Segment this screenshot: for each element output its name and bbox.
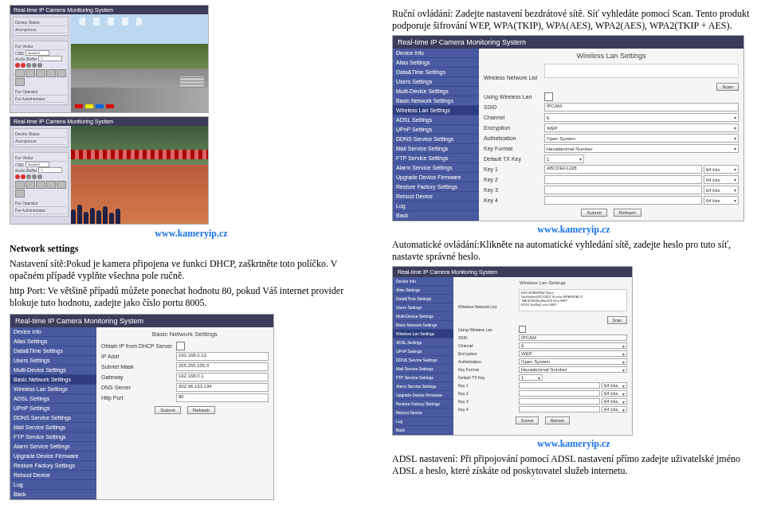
menu-item[interactable]: DDNS Service Settings — [393, 356, 453, 365]
key4-bits-sm[interactable]: 64 bits — [602, 406, 627, 413]
menu-item[interactable]: Basic Network Settings — [10, 375, 96, 385]
menu-item[interactable]: Back — [393, 211, 479, 221]
menu-item[interactable]: DDNS Service Settings — [393, 135, 479, 144]
using-wireless-checkbox[interactable] — [544, 92, 553, 101]
bnet-value[interactable]: 80 — [176, 393, 269, 402]
basic-refresh-btn[interactable]: Refresh — [187, 406, 215, 414]
menu-item[interactable]: ADSL Settings — [393, 115, 479, 125]
key3-bits[interactable]: 64 bits — [704, 186, 739, 194]
menu-item[interactable]: Basic Network Settings — [393, 321, 453, 330]
menu-item[interactable]: UPnP Settings — [393, 347, 453, 356]
menu-item[interactable]: Restore Factory Settings — [393, 400, 453, 409]
menu-item[interactable]: UPnP Settings — [393, 125, 479, 135]
menu-item[interactable]: Reboot Device — [10, 471, 96, 480]
audio-select-2[interactable]: 1 — [38, 167, 62, 173]
menu-item[interactable]: FTP Service Settings — [10, 432, 96, 442]
wireless-submit-btn[interactable]: Submit — [581, 209, 607, 217]
menu-item[interactable]: Users Settings — [393, 77, 479, 87]
channel-select-sm[interactable]: 6 — [519, 342, 627, 349]
menu-item[interactable]: Back — [10, 490, 96, 499]
keyfmt-select[interactable]: Hexadecimal Number — [544, 144, 739, 153]
bnet-value[interactable]: 192.168.0.1 — [176, 373, 269, 381]
auth-select[interactable]: Open System — [544, 134, 739, 143]
wireless-submit-btn-sm[interactable]: Submit — [516, 417, 539, 424]
menu-item[interactable]: Mail Service Settings — [10, 423, 96, 432]
menu-item[interactable]: Alarm Service Settings — [10, 442, 96, 452]
key1-input-sm[interactable] — [519, 382, 600, 389]
key3-input-sm[interactable] — [519, 398, 600, 405]
audio-select[interactable]: 1 — [38, 56, 62, 61]
menu-item[interactable]: FTP Service Settings — [393, 374, 453, 382]
bnet-value[interactable]: 192.168.0.12 — [176, 352, 269, 361]
menu-item[interactable]: Data&Time Settings — [393, 68, 479, 77]
wireless-refresh-btn[interactable]: Refresh — [614, 209, 641, 217]
menu-item[interactable]: Reboot Device — [393, 409, 453, 417]
ssid-input-sm[interactable]: IPCAM — [519, 334, 627, 341]
key1-input[interactable]: ABCDEF1228 — [544, 165, 702, 174]
dhcp-checkbox[interactable] — [176, 342, 185, 350]
menu-item[interactable]: Device Info — [10, 327, 96, 337]
brand-link-right-2[interactable]: www.kameryip.cz — [392, 438, 755, 450]
key2-input-sm[interactable] — [519, 390, 600, 397]
key3-bits-sm[interactable]: 64 bits — [602, 398, 627, 405]
settings-menu-wireless-2[interactable]: Device InfoAlias SettingsData&Time Setti… — [393, 277, 453, 435]
bnet-value[interactable]: 255.255.255.0 — [176, 362, 269, 371]
menu-item[interactable]: Device Info — [393, 277, 453, 286]
keyfmt-select-sm[interactable]: Hexadecimal Number — [519, 366, 627, 373]
menu-item[interactable]: Mail Service Settings — [393, 144, 479, 154]
ptz-buttons[interactable] — [15, 69, 66, 86]
menu-item[interactable]: Log — [393, 201, 479, 211]
brand-link-right-1[interactable]: www.kameryip.cz — [392, 224, 755, 236]
netlist-entry[interactable]: ES18 1hdf6af) infra WEP — [521, 303, 625, 307]
menu-item[interactable]: Multi-Device Settings — [393, 87, 479, 96]
menu-item[interactable]: Log — [393, 417, 453, 426]
ssid-input[interactable]: IPCAM — [544, 103, 739, 111]
menu-item[interactable]: Restore Factory Settings — [393, 182, 479, 192]
bnet-value[interactable]: 202.96.133.134 — [176, 383, 269, 392]
menu-item[interactable]: ADSL Settings — [393, 338, 453, 347]
defkey-select[interactable]: 1 — [544, 155, 584, 163]
key2-bits[interactable]: 64 bits — [704, 175, 739, 184]
menu-item[interactable]: UPnP Settings — [10, 404, 96, 413]
menu-item[interactable]: Restore Factory Settings — [10, 461, 96, 471]
menu-item[interactable]: Wireless Lan Settings — [393, 106, 479, 115]
encryption-select[interactable]: WEP — [544, 123, 739, 132]
menu-item[interactable]: FTP Service Settings — [393, 154, 479, 163]
key2-input[interactable] — [544, 175, 702, 184]
menu-item[interactable]: Upgrade Device Firmware — [393, 173, 479, 182]
ptz-buttons-2[interactable] — [15, 181, 66, 198]
key4-input[interactable] — [544, 196, 702, 205]
key2-bits-sm[interactable]: 64 bits — [602, 390, 627, 397]
auth-select-sm[interactable]: Open System — [519, 358, 627, 365]
settings-menu-basic[interactable]: Device InfoAlias SettingsData&Time Setti… — [10, 327, 96, 499]
menu-item[interactable]: Alarm Service Settings — [393, 382, 453, 391]
menu-item[interactable]: Log — [10, 480, 96, 490]
wireless-refresh-btn-sm[interactable]: Refresh — [545, 417, 571, 424]
scan-button[interactable]: Scan — [716, 83, 739, 91]
enc-select-sm[interactable]: WEP — [519, 350, 627, 357]
menu-item[interactable]: Multi-Device Settings — [10, 366, 96, 375]
using-wireless-checkbox-small[interactable] — [519, 326, 526, 333]
key1-bits[interactable]: 64 bits — [704, 165, 739, 174]
menu-item[interactable]: Wireless Lan Settings — [393, 330, 453, 338]
menu-item[interactable]: Data&Time Settings — [393, 295, 453, 303]
menu-item[interactable]: Mail Service Settings — [393, 365, 453, 374]
basic-submit-btn[interactable]: Submit — [155, 406, 181, 414]
defkey-select-sm[interactable]: 1 — [519, 374, 543, 381]
wireless-network-list[interactable] — [544, 64, 739, 78]
wireless-network-list-small[interactable]: ESS WPA/WPA2 NoneGodVallen[9(25540)T 9] … — [519, 289, 627, 311]
menu-item[interactable]: Device Info — [393, 49, 479, 58]
key4-bits[interactable]: 64 bits — [704, 196, 739, 205]
menu-item[interactable]: Basic Network Settings — [393, 96, 479, 106]
key3-input[interactable] — [544, 186, 702, 194]
key1-bits-sm[interactable]: 64 bits — [602, 382, 627, 389]
scan-button-small[interactable]: Scan — [607, 316, 627, 324]
key4-input-sm[interactable] — [519, 406, 600, 413]
menu-item[interactable]: Wireless Lan Settings — [10, 385, 96, 394]
menu-item[interactable]: ADSL Settings — [10, 394, 96, 404]
menu-item[interactable]: Multi-Device Settings — [393, 312, 453, 321]
menu-item[interactable]: Alias Settings — [10, 337, 96, 346]
menu-item[interactable]: Users Settings — [393, 303, 453, 312]
menu-item[interactable]: Back — [393, 426, 453, 435]
menu-item[interactable]: Alarm Service Settings — [393, 163, 479, 173]
